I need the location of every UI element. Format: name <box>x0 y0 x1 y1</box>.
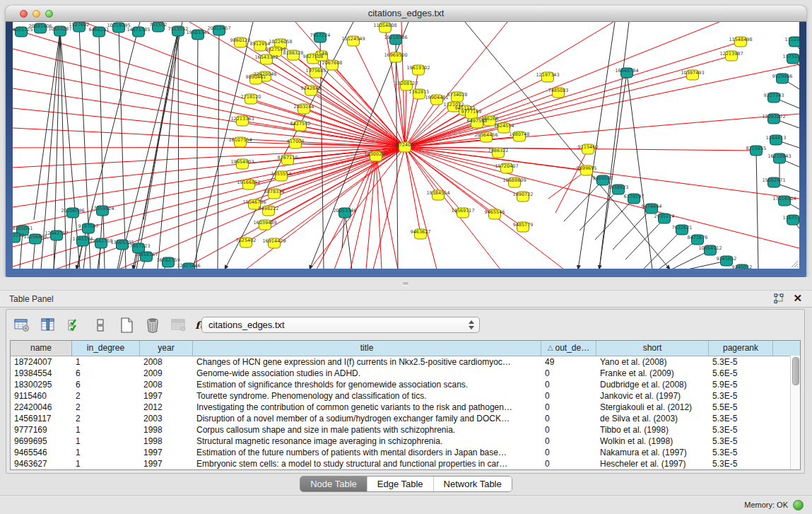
split-pane-divider[interactable] <box>0 277 812 291</box>
graph-node-label: 8186328 <box>283 50 304 56</box>
cell-in_degree: 6 <box>72 368 140 379</box>
graph-edge <box>13 29 405 147</box>
graph-node-label: 16210643 <box>767 153 791 159</box>
table-vertical-scrollbar[interactable] <box>790 356 800 469</box>
table-row[interactable]: 977716911998Corpus callosum shape and si… <box>11 424 800 436</box>
cell-pagerank: 5.3E-5 <box>709 458 773 469</box>
graph-node-label: 9699695 <box>577 165 597 171</box>
table-row[interactable]: 946554611997Estimation of the future num… <box>11 447 800 458</box>
graph-edge <box>405 86 406 147</box>
show-columns-icon[interactable] <box>40 317 57 334</box>
cell-year: 1998 <box>140 436 193 447</box>
cell-pagerank: 5.3E-5 <box>709 424 773 436</box>
graph-node-label: 20053346 <box>333 208 356 214</box>
graph-edge <box>405 147 799 248</box>
divider-grip[interactable] <box>403 282 408 285</box>
graph-node-label: 10654112 <box>698 245 722 251</box>
import-table-icon[interactable] <box>170 317 187 334</box>
column-header-year[interactable]: year <box>140 341 193 356</box>
toggle-rows-icon[interactable] <box>92 317 109 334</box>
cell-year: 2008 <box>140 379 193 390</box>
cell-short: Hescheler et al. (1997) <box>596 458 709 469</box>
table-row[interactable]: 946362711997Embryonic stem cells: a mode… <box>11 458 800 469</box>
graph-edge <box>178 31 179 269</box>
graph-edge <box>659 240 698 269</box>
dropdown-arrows-icon <box>469 320 474 329</box>
table-row[interactable]: 1938455462009Genome-wide association stu… <box>11 368 800 379</box>
tab-network-table[interactable]: Network Table <box>433 477 512 491</box>
column-header-in_degree[interactable]: in_degree <box>72 341 140 356</box>
graph-node-label: 1112303 <box>785 37 799 42</box>
graph-node-label: 16648784 <box>615 68 638 74</box>
graph-node-label: 11054808 <box>373 23 396 28</box>
graph-edge <box>376 156 398 269</box>
cell-title: Tourette syndrome. Phenomenology and cla… <box>193 390 541 402</box>
column-header-title[interactable]: title <box>193 341 541 356</box>
table-row[interactable]: 969969511998Structural magnetic resonanc… <box>11 436 800 447</box>
cell-title: Embryonic stem cells: a model to study s… <box>193 458 541 469</box>
network-canvas[interactable]: 1872400718300295986012389129541822605898… <box>13 22 799 269</box>
cell-name: 19384554 <box>11 368 72 379</box>
graph-node-label: 1244413 <box>766 135 787 141</box>
tab-edge-table[interactable]: Edge Table <box>367 477 433 491</box>
graph-node-label: 9409501 <box>593 175 613 181</box>
graph-node-label: 6466161 <box>89 27 110 33</box>
graph-node-label: 9245652 <box>717 256 737 262</box>
new-table-icon[interactable] <box>118 317 135 334</box>
table-row[interactable]: 1872400712008Changes of HCN gene express… <box>11 356 800 368</box>
table-row[interactable]: 1456911722003Disruption of a novel membe… <box>11 413 800 424</box>
graph-node-label: 20364456 <box>474 132 498 138</box>
cell-name: 18300295 <box>11 379 72 390</box>
graph-node-label: 6179197 <box>624 194 645 199</box>
column-header-name[interactable]: name <box>11 341 72 356</box>
graph-node-label: 7957224 <box>310 33 331 38</box>
graph-node-label: 17359924 <box>90 206 114 211</box>
column-header-out_de[interactable]: △out_de… <box>541 341 596 356</box>
cell-out_de: 0 <box>541 390 596 402</box>
column-header-short[interactable]: short <box>596 341 709 356</box>
cell-in_degree: 1 <box>72 447 140 458</box>
table-row[interactable]: 2242004622012Investigating the contribut… <box>11 402 800 413</box>
float-panel-icon[interactable] <box>773 293 784 304</box>
table-settings-icon[interactable] <box>13 317 30 334</box>
scrollbar-thumb[interactable] <box>792 357 799 385</box>
graph-node-label: 16782759 <box>156 257 180 263</box>
graph-node-label: 9860123 <box>230 37 251 43</box>
graph-node-label: 1575107 <box>783 54 799 59</box>
graph-node-label: 7986322 <box>488 148 509 153</box>
graph-node-label: 8267110 <box>278 155 298 160</box>
tab-node-table[interactable]: Node Table <box>300 477 367 491</box>
graph-node-label: 417004 <box>287 139 305 144</box>
table-row[interactable]: 911546021997Tourette syndrome. Phenomeno… <box>11 390 800 402</box>
graph-node-label: 11548498 <box>729 37 752 42</box>
resize-grip-icon[interactable] <box>789 258 799 268</box>
cell-title: Investigating the contribution of common… <box>193 402 541 413</box>
cell-name: 9463627 <box>11 458 72 469</box>
graph-node-label: 7625402 <box>236 238 257 243</box>
table-selector-dropdown[interactable]: citations_edges.txt <box>201 317 480 333</box>
close-panel-icon[interactable]: ✕ <box>793 292 802 305</box>
graph-edge <box>579 189 618 230</box>
graph-edge <box>405 94 419 147</box>
cell-pagerank: 5.3E-5 <box>709 390 773 402</box>
table-toolbar: f(x) <box>13 315 213 336</box>
graph-edge <box>266 59 405 147</box>
cell-short: Tibbo et al. (1998) <box>596 424 709 436</box>
graph-node-label: 19904481 <box>425 95 448 100</box>
table-row[interactable]: 1830029562008Estimation of significance … <box>11 379 800 390</box>
graph-node-label: 8427552 <box>290 121 311 127</box>
cell-pagerank: 5.9E-5 <box>709 379 773 390</box>
table-panel-header: Table Panel ✕ <box>0 291 812 308</box>
graph-node-label: 12942757 <box>45 230 68 236</box>
citation-network-graph: 1872400718300295986012389129541822605898… <box>13 22 799 269</box>
delete-table-icon[interactable] <box>144 317 161 334</box>
window-titlebar[interactable]: citations_edges.txt <box>6 6 806 22</box>
graph-node-label: 3624554 <box>494 123 514 129</box>
cell-name: 14569117 <box>11 413 72 424</box>
column-header-pagerank[interactable]: pagerank <box>709 341 773 356</box>
cell-title: Estimation of the future numbers of pati… <box>193 447 541 458</box>
graph-node-label: 8912954 <box>250 41 271 47</box>
select-columns-icon[interactable] <box>66 317 83 334</box>
table-panel-body: f(x) citations_edges.txt namein_degreeye… <box>6 309 805 474</box>
graph-node-label: 20206596 <box>61 208 84 214</box>
